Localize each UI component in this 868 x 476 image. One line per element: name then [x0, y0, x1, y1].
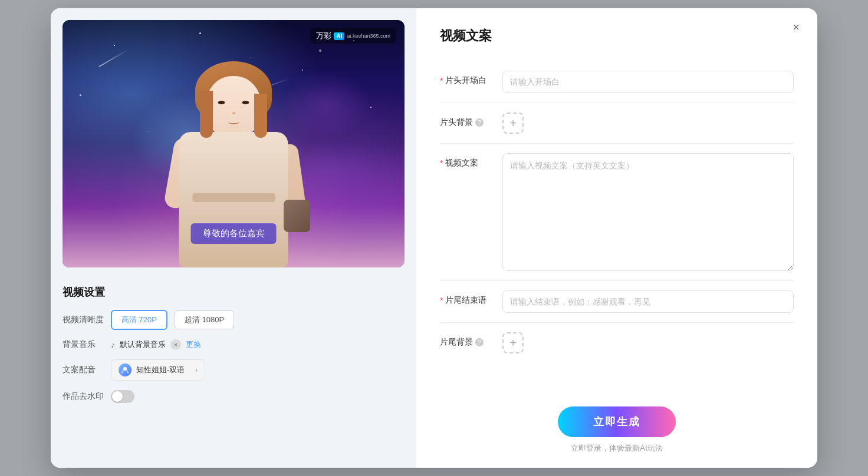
generate-section: 立即生成 立即登录，体验最新AI玩法: [440, 392, 794, 454]
video-preview-inner: 万彩 AI ai.keehan365.com 尊敬的各位嘉宾: [63, 20, 405, 267]
required-star-opening: *: [440, 76, 443, 85]
opening-bg-label: 片头背景 ?: [440, 113, 493, 128]
watermark-toggle-row: 作品去水印: [63, 390, 405, 403]
music-row: 背景音乐 ♪ 默认背景音乐 × 更换: [63, 339, 405, 350]
close-button[interactable]: ×: [787, 18, 805, 37]
left-panel: 万彩 AI ai.keehan365.com 尊敬的各位嘉宾 视频设置 视频清晰…: [51, 8, 416, 468]
form-section: * 片头开场白 片头背景 ? + *: [440, 61, 794, 363]
video-preview: 万彩 AI ai.keehan365.com 尊敬的各位嘉宾: [63, 20, 405, 267]
ending-bg-add-button[interactable]: +: [502, 332, 524, 353]
music-icon: ♪: [111, 340, 115, 349]
voice-row: 文案配音 知性姐姐-双语 ›: [63, 359, 405, 381]
panel-title: 视频文案: [440, 27, 794, 45]
watermark: 万彩 AI ai.keehan365.com: [310, 28, 396, 44]
opening-bg-add-button[interactable]: +: [502, 113, 524, 134]
bag: [284, 200, 310, 232]
ending-label: * 片尾结束语: [440, 290, 493, 306]
ending-row: * 片尾结束语: [440, 281, 794, 323]
login-hint: 立即登录，体验最新AI玩法: [571, 443, 662, 454]
toggle-knob: [112, 391, 123, 402]
modal-overlay: ×: [0, 0, 868, 476]
quality-1080p[interactable]: 超清 1080P: [175, 310, 234, 329]
ending-bg-row: 片尾背景 ? +: [440, 323, 794, 363]
ending-input[interactable]: [502, 290, 794, 313]
copy-textarea[interactable]: [502, 153, 794, 271]
copy-label: * 视频文案: [440, 153, 493, 168]
voice-selector[interactable]: 知性姐姐-双语 ›: [111, 359, 205, 381]
watermark-toggle-label: 作品去水印: [63, 391, 104, 402]
music-name: 默认背景音乐: [120, 339, 166, 350]
music-remove-button[interactable]: ×: [170, 339, 181, 350]
voice-label: 文案配音: [63, 365, 104, 375]
music-change-button[interactable]: 更换: [186, 339, 201, 350]
ending-bg-label: 片尾背景 ?: [440, 332, 493, 348]
watermark-toggle[interactable]: [111, 390, 134, 403]
modal: ×: [51, 8, 817, 468]
settings-title: 视频设置: [63, 285, 405, 299]
music-control: ♪ 默认背景音乐 × 更换: [111, 339, 201, 350]
opening-input[interactable]: [502, 71, 794, 93]
subtitle-overlay: 尊敬的各位嘉宾: [191, 223, 277, 244]
music-label: 背景音乐: [63, 339, 104, 350]
voice-arrow-icon: ›: [195, 366, 198, 374]
video-settings: 视频设置 视频清晰度 高清 720P 超清 1080P 背景音乐 ♪ 默认背景音…: [63, 279, 405, 418]
required-star-ending: *: [440, 296, 443, 305]
right-panel: 视频文案 * 片头开场白 片头背景 ? +: [416, 8, 817, 468]
ending-bg-help-icon[interactable]: ?: [475, 338, 484, 346]
voice-name: 知性姐姐-双语: [136, 365, 190, 375]
watermark-text: 万彩: [316, 31, 331, 41]
quality-label: 视频清晰度: [63, 315, 104, 325]
opening-row: * 片头开场白: [440, 61, 794, 103]
opening-label: * 片头开场白: [440, 71, 493, 86]
voice-avatar: [119, 363, 131, 376]
opening-bg-row: 片头背景 ? +: [440, 103, 794, 144]
generate-button[interactable]: 立即生成: [558, 406, 676, 437]
opening-bg-help-icon[interactable]: ?: [475, 118, 484, 127]
quality-720p[interactable]: 高清 720P: [111, 310, 167, 330]
copy-row: * 视频文案: [440, 144, 794, 281]
hair-left: [200, 91, 213, 138]
ai-badge: AI: [334, 32, 344, 40]
hair-right: [254, 94, 267, 138]
quality-row: 视频清晰度 高清 720P 超清 1080P: [63, 310, 405, 330]
dress: [179, 132, 288, 267]
required-star-copy: *: [440, 158, 443, 168]
watermark-sub: ai.keehan365.com: [347, 33, 390, 39]
